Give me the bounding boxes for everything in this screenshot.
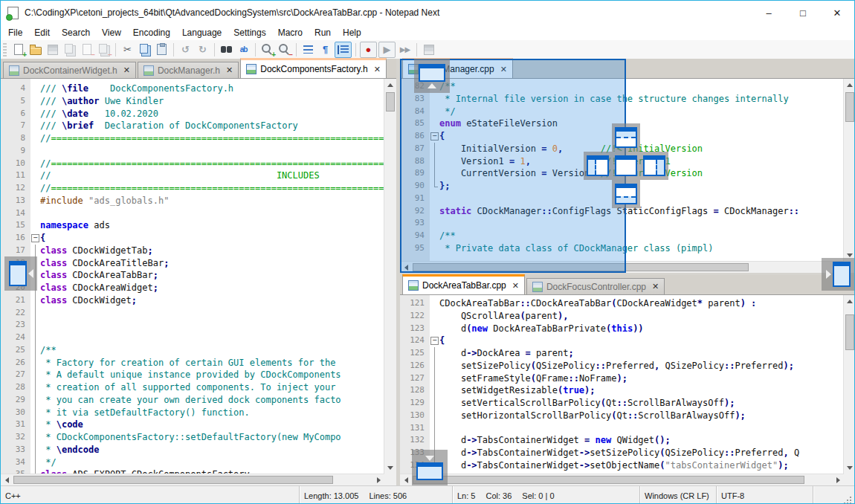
titlebar[interactable]: C:\CodingXP\cetoni_projects_64bit\QtAdva… [1,1,854,25]
menu-language[interactable]: Language [176,26,228,39]
scroll-thumb[interactable] [386,92,395,112]
close-file-button[interactable]: − [79,42,94,57]
line-number: 23 [1,319,30,332]
line-number: 17 [1,245,30,257]
fold-margin [430,347,439,360]
dock-target-center[interactable] [612,152,640,180]
status-encoding[interactable]: UTF-8 [717,486,813,504]
scroll-up-arrow[interactable] [384,79,396,91]
code-text: */ [40,456,384,469]
menu-run[interactable]: Run [309,26,337,39]
scroll-down-arrow[interactable] [844,462,855,474]
dock-target-left-edge[interactable] [4,256,37,291]
scroll-up-arrow[interactable] [844,295,855,307]
window-title: C:\CodingXP\cetoni_projects_64bit\QtAdva… [25,7,439,18]
zoom-out-button[interactable]: − [277,42,292,57]
show-all-characters-button[interactable]: ¶ [317,42,333,57]
code-editor[interactable]: 4/// \file DockComponentsFactory.h5/// \… [1,79,384,474]
horizontal-scrollbar[interactable] [1,474,384,485]
undo-button[interactable]: ↺ [178,42,193,57]
vertical-scrollbar[interactable] [843,295,855,474]
macro-play-button[interactable]: ▶ [378,42,396,58]
bottom-right-editor-content[interactable]: 121CDockAreaTabBar::CDockAreaTabBar(CDoc… [400,295,855,474]
word-wrap-button[interactable] [300,42,316,57]
dock-target-split-bottom[interactable] [612,180,640,208]
scroll-thumb[interactable] [13,476,333,484]
redo-button[interactable]: ↻ [195,42,210,57]
vertical-scrollbar[interactable] [843,79,855,261]
menu-help[interactable]: Help [337,26,367,39]
dock-target-split-right[interactable] [640,152,668,180]
paste-button[interactable] [154,42,170,57]
scroll-down-arrow[interactable] [384,462,396,474]
copy-button[interactable] [137,42,152,57]
macro-run-multiple-button[interactable]: ▶▶ [397,42,413,57]
scroll-left-arrow[interactable] [400,474,412,486]
arrow-right-icon [826,270,831,279]
menu-search[interactable]: Search [56,26,96,39]
fold-margin [30,132,40,145]
save-copy-button[interactable] [62,42,77,57]
fold-margin [30,431,40,444]
dock-target-split-left[interactable] [584,152,612,180]
new-file-button[interactable]: + [10,42,26,57]
open-file-button[interactable] [28,42,43,57]
tab-close-icon[interactable]: ✕ [226,65,233,75]
dock-target-right-edge[interactable] [822,258,854,291]
app-window: C:\CodingXP\cetoni_projects_64bit\QtAdva… [0,0,855,504]
close-button[interactable]: ✕ [820,1,854,25]
zoom-in-button[interactable]: + [259,42,275,57]
scroll-up-arrow[interactable] [844,79,855,91]
menu-file[interactable]: File [2,26,28,39]
macro-save-button[interactable] [421,42,436,57]
tab-DockContainerWidget.h[interactable]: DockContainerWidget.h✕ [3,62,136,78]
code-editor[interactable]: 121CDockAreaTabBar::CDockAreaTabBar(CDoc… [400,295,844,474]
macro-record-button[interactable]: ● [360,42,377,58]
close-all-button[interactable]: − [96,42,112,57]
minimize-button[interactable]: – [752,1,786,25]
tab-close-icon[interactable]: ✕ [512,281,519,291]
menu-encoding[interactable]: Encoding [127,26,176,39]
dock-center-icon [615,155,637,176]
horizontal-scrollbar[interactable] [400,474,844,485]
cut-button[interactable]: ✂ [120,42,135,57]
split-left-icon [587,155,609,176]
resize-grip[interactable] [843,496,852,504]
tab-DockFocusController.cpp[interactable]: DockFocusController.cpp✕ [526,278,665,294]
menu-settings[interactable]: Settings [228,26,271,39]
indent-guide-button[interactable] [335,42,352,58]
replace-button[interactable]: ab [236,42,251,57]
fold-marker[interactable] [430,335,439,347]
dock-target-bottom-edge[interactable] [412,450,448,485]
dock-target-split-top[interactable] [612,123,640,152]
menu-edit[interactable]: Edit [28,26,56,39]
code-text: * you can create your own derived dock c… [40,394,384,407]
toolbar-separator [355,43,356,56]
fold-marker[interactable] [30,232,40,245]
tab-DockManager.h[interactable]: DockManager.h✕ [138,62,239,78]
line-number: 8 [1,132,30,145]
tab-DockComponentsFactory.h[interactable]: DockComponentsFactory.h✕ [240,58,387,78]
tab-close-icon[interactable]: ✕ [652,282,659,291]
find-button[interactable] [219,42,234,57]
scroll-left-arrow[interactable] [1,474,13,486]
maximize-button[interactable]: □ [786,1,820,25]
status-language[interactable]: C++ [1,486,300,504]
status-eol-format[interactable]: Windows (CR LF) [640,486,717,504]
scroll-thumb[interactable] [413,476,804,484]
scroll-right-arrow[interactable] [832,474,844,486]
tab-close-icon[interactable]: ✕ [123,65,130,75]
left-editor-content[interactable]: 4/// \file DockComponentsFactory.h5/// \… [1,79,396,474]
scroll-thumb[interactable] [845,92,854,122]
menu-view[interactable]: View [96,26,127,39]
dock-target-top-edge[interactable] [414,59,450,93]
toolbar-grip[interactable] [3,43,7,56]
vertical-scrollbar[interactable] [384,79,396,474]
scroll-thumb[interactable] [845,314,854,350]
tab-close-icon[interactable]: ✕ [374,65,381,74]
save-button[interactable] [45,42,60,57]
menu-macro[interactable]: Macro [272,26,309,39]
menubar: FileEditSearchViewEncodingLanguageSettin… [1,25,854,40]
scroll-right-arrow[interactable] [372,474,384,486]
tab-DockAreaTabBar.cpp[interactable]: DockAreaTabBar.cpp✕ [402,274,525,294]
